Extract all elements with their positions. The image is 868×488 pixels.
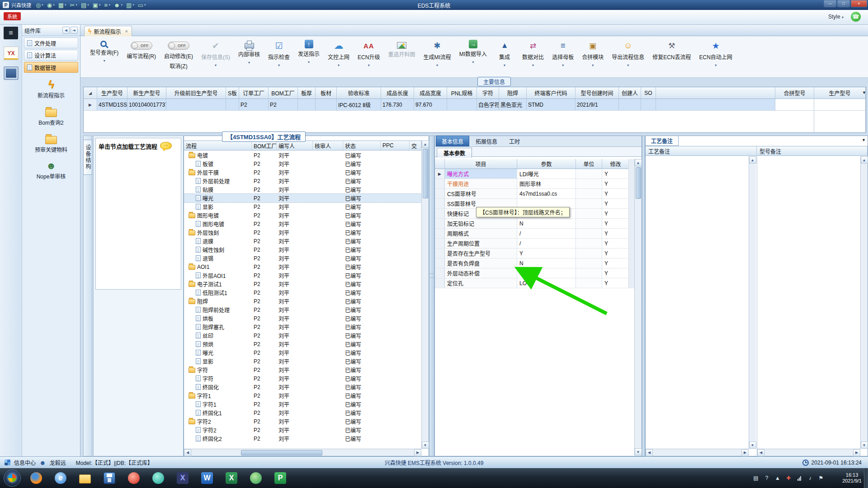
sidebar-item-design-algorithm[interactable]: 设计算法 [24,50,78,61]
column-header[interactable]: BOM工厂 [269,87,298,99]
taskbar-app-x-app[interactable]: X [172,469,193,487]
ribbon-data-compare[interactable]: ⇄数据对比▾ [519,39,547,68]
ribbon-write-flow-toggle[interactable]: OFF编写流程(R) [123,39,159,61]
param-modify-flag[interactable]: Y [602,189,629,198]
notes-horizontal-scrollbar[interactable]: ◀ ▶ [757,449,860,456]
param-modify-flag[interactable]: Y [602,249,629,258]
hamburger-menu-icon[interactable]: ≡ [4,27,18,39]
grid-cell[interactable] [619,99,641,110]
notes-horizontal-scrollbar[interactable]: ◀ ▶ [646,449,749,456]
scroll-left-icon[interactable]: ◀ [757,449,764,456]
param-row[interactable]: 生产周期位置/Y [435,239,642,249]
info-tool[interactable]: ◉▾ [47,2,55,9]
column-header[interactable]: PNL规格 [447,87,477,99]
tab-extended-info[interactable]: 拓展信息 [470,136,503,146]
grid-cell[interactable]: IPC-6012 Ⅱ级 [337,99,381,110]
param-unit[interactable] [576,249,602,258]
notes-vertical-scrollbar[interactable]: ▲ ▼ [749,156,756,449]
flag-icon[interactable]: ⚑ [817,474,825,482]
param-row[interactable]: 外层动态补偿YY [435,268,642,278]
search-tool[interactable]: ◎▾ [36,2,43,9]
notes-body[interactable]: ▲ ▼ ▲ ▼ ◀ ▶ ◀ ▶ [646,156,868,456]
param-unit[interactable] [576,199,602,208]
param-unit[interactable] [576,229,602,238]
ribbon-gen-mi-flow[interactable]: ✱生成MI流程▾ [420,39,454,68]
main-grid-selected-row[interactable]: ▶4STMD1SSA010010400177376P2P2IPC-6012 Ⅱ级… [84,99,866,111]
param-modify-flag[interactable]: Y [602,258,629,268]
column-header[interactable]: 板厚 [298,87,316,99]
tab-basic-info[interactable]: 基本信息 [436,136,469,146]
column-header[interactable]: 创建人 [619,87,641,99]
yx-logo[interactable]: YX [4,47,19,60]
dropdown-caret-icon[interactable]: ▾ [248,61,250,65]
chevron-down-icon[interactable]: ▾ [53,3,55,7]
network-icon[interactable] [796,474,803,482]
scroll-up-icon[interactable]: ▲ [861,156,868,164]
node-list-box[interactable]: 单击节点加载工艺流程 ⋯ [95,138,181,290]
param-column-header[interactable]: 单位 [576,159,602,169]
process-row[interactable]: 字符2P2刘平已编写 [184,417,421,426]
param-row[interactable]: ▶曝光方式LDI曝光Y [435,169,642,179]
scroll-down-icon[interactable]: ▼ [749,441,756,449]
taskbar-app-save[interactable] [99,469,120,487]
process-row[interactable]: 丝印P2刘平已编写 [184,331,421,340]
param-row[interactable]: 是否有负焊盘NY [435,258,642,268]
param-unit[interactable] [576,209,602,218]
start-button[interactable] [4,469,21,487]
chevron-down-icon[interactable]: ▾ [144,3,146,7]
param-unit[interactable] [576,169,602,178]
dropdown-caret-icon[interactable]: ▾ [504,63,505,67]
process-row[interactable]: 终固化1P2刘平已编写 [184,408,421,417]
close-tab-icon[interactable]: × [125,28,127,34]
scroll-up-icon[interactable]: ▲ [635,159,642,166]
ribbon-start-edit-toggle[interactable]: OFF启动修改(E)取消(Z) [161,39,196,70]
process-row[interactable]: 贴膜P2刘平已编写 [184,185,421,194]
param-value[interactable]: N [517,219,576,228]
taskbar-app-ie[interactable]: e [50,469,71,487]
process-row[interactable]: 字符P2刘平已编写 [184,366,421,374]
ribbon-merge-module[interactable]: ▣合拼模块▾ [579,39,607,68]
param-unit[interactable] [576,189,602,198]
grid-cell[interactable]: 176.730 [381,99,414,110]
process-row[interactable]: 曝光P2刘平已编写 [184,348,421,357]
sidebar-tool-new-flow-indicator[interactable]: ϟ新流程指示 [38,79,65,99]
column-header[interactable]: 工艺备注 [646,146,757,155]
process-row[interactable]: 终固化P2刘平已编写 [184,383,421,391]
param-value[interactable]: / [517,239,576,248]
param-vertical-scrollbar[interactable]: ▲ ▼ [634,159,642,455]
process-row[interactable]: 图形电镀P2刘平已编写 [184,211,421,220]
process-row[interactable]: 低阻测试1P2刘平已编写 [184,288,421,297]
process-row[interactable]: 退锡P2刘平已编写 [184,254,421,263]
grid-cell[interactable] [316,99,337,110]
process-row[interactable]: 退膜P2刘平已编写 [184,237,421,245]
process-row[interactable]: 图形电镀P2刘平已编写 [184,220,421,228]
tab-work-hours[interactable]: 工时 [504,136,525,146]
process-row[interactable]: 显影P2刘平已编写 [184,357,421,366]
toggle-off-switch[interactable]: OFF [131,42,152,50]
column-header[interactable]: 成品长度 [381,87,414,99]
ribbon-doc-upload[interactable]: ☁文控上网▾ [325,39,353,68]
security-icon[interactable]: ✚ [785,474,792,482]
phone-icon[interactable]: ☎ [851,12,861,22]
process-row[interactable]: 外层前处理P2刘平已编写 [184,177,421,185]
ribbon-instruction-check[interactable]: ☑指示检查▾ [265,39,293,68]
dropdown-caret-icon[interactable]: ▾ [215,63,217,67]
grid-cell[interactable]: 97.670 [414,99,447,110]
scroll-right-icon[interactable]: ▶ [414,449,421,456]
process-row[interactable]: 终固化2P2刘平已编写 [184,434,421,443]
scrollbar-thumb[interactable] [636,167,641,199]
param-modify-flag[interactable]: Y [602,278,629,288]
grid-cell[interactable] [814,99,866,110]
param-modify-flag[interactable]: Y [602,239,629,248]
column-header[interactable]: 型号创建时间 [576,87,619,99]
process-row[interactable]: 电子测试1P2刘平已编写 [184,280,421,288]
chevron-down-icon[interactable]: ▾ [75,3,77,7]
dropdown-caret-icon[interactable]: ▾ [368,63,370,67]
notes-options-caret[interactable]: ▼ [862,138,866,142]
splitter[interactable] [642,136,645,456]
taskbar-app-w-app[interactable]: W [196,469,218,487]
ribbon-export-flow-info[interactable]: ☺导出流程信息▾ [609,39,647,68]
column-header[interactable]: 阻焊 [499,87,527,99]
chevron-down-icon[interactable]: ▾ [42,3,43,7]
column-header[interactable]: 成品宽度 [414,87,447,99]
